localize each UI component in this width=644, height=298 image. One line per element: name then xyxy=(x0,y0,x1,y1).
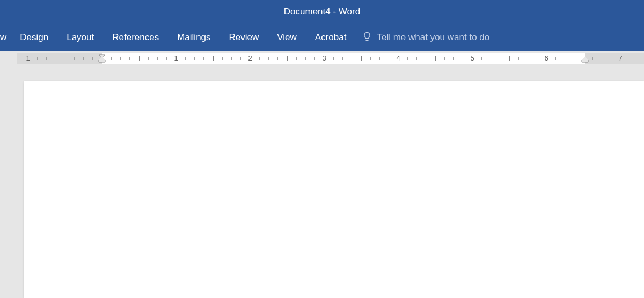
ruler-tick xyxy=(194,57,195,60)
ruler-tick xyxy=(305,57,306,60)
svg-marker-2 xyxy=(582,57,588,62)
ruler-tick xyxy=(630,57,630,60)
ruler-number: 3 xyxy=(322,54,326,62)
ruler-tick xyxy=(537,57,537,60)
ruler-tick xyxy=(518,57,519,60)
document-workspace xyxy=(0,65,644,298)
ruler-tick xyxy=(611,57,611,60)
ruler-tick xyxy=(379,57,380,60)
ruler-tick xyxy=(92,57,93,60)
ruler-tick xyxy=(528,57,528,60)
tab-design[interactable]: Design xyxy=(11,25,57,50)
tab-references[interactable]: References xyxy=(103,25,168,50)
ruler-tick xyxy=(639,57,639,60)
ruler-tick xyxy=(426,57,426,60)
hanging-indent-marker[interactable] xyxy=(98,55,106,65)
tell-me-placeholder: Tell me what you want to do xyxy=(377,32,489,43)
ruler-tick xyxy=(463,57,463,60)
ruler-tick xyxy=(240,57,241,60)
ruler-tick xyxy=(444,57,445,60)
ruler-tick xyxy=(370,57,371,60)
tab-partial[interactable]: w xyxy=(0,25,11,50)
ruler-tick xyxy=(296,57,297,60)
ruler-tick xyxy=(231,57,232,60)
ruler-tick xyxy=(65,56,65,61)
tab-view[interactable]: View xyxy=(268,25,306,50)
tab-review[interactable]: Review xyxy=(220,25,268,50)
ruler-tick xyxy=(491,57,491,60)
ruler-tick xyxy=(129,57,130,60)
ruler-tick xyxy=(259,57,260,60)
tell-me-search[interactable]: Tell me what you want to do xyxy=(355,31,496,44)
ruler-tick xyxy=(592,57,593,60)
ruler-tick xyxy=(83,57,84,60)
ruler-number: 4 xyxy=(396,54,400,62)
ruler-tick xyxy=(111,57,112,60)
ruler-tick xyxy=(389,57,389,60)
ruler-tick xyxy=(314,57,315,60)
ruler-tick xyxy=(481,57,482,60)
ruler-margin-right[interactable] xyxy=(585,53,644,64)
ruler-number: 1 xyxy=(26,54,30,62)
document-page[interactable] xyxy=(24,81,644,298)
ruler-number: 1 xyxy=(174,54,178,62)
ruler-tick xyxy=(509,56,510,61)
ruler-tick xyxy=(74,57,75,60)
ruler-tick xyxy=(166,57,167,60)
ruler-tick xyxy=(185,57,186,60)
ruler-tick xyxy=(453,57,454,60)
ruler-number: 2 xyxy=(248,54,252,62)
ruler-tick xyxy=(333,57,334,60)
ruler-number: 6 xyxy=(544,54,548,62)
ruler-tick xyxy=(148,57,149,60)
ruler-number: 5 xyxy=(470,54,474,62)
ruler-tick xyxy=(500,57,500,60)
tab-acrobat[interactable]: Acrobat xyxy=(306,25,356,50)
ribbon-tabs: w Design Layout References Mailings Revi… xyxy=(0,24,644,51)
tab-mailings[interactable]: Mailings xyxy=(168,25,219,50)
ruler-tick xyxy=(407,57,408,60)
ruler-tick xyxy=(157,57,158,60)
tab-layout[interactable]: Layout xyxy=(57,25,103,50)
ruler-tick xyxy=(37,57,38,60)
ruler-number: 7 xyxy=(618,54,622,62)
ruler-margin-left[interactable] xyxy=(17,53,102,64)
ruler-tick xyxy=(213,56,214,61)
ruler-tick xyxy=(268,57,269,60)
ruler-tick xyxy=(361,56,362,61)
ruler-tick xyxy=(555,57,556,60)
ruler-tick xyxy=(435,56,436,61)
ruler-tick xyxy=(222,57,223,60)
ruler-tick xyxy=(46,57,47,60)
lightbulb-icon xyxy=(362,31,372,44)
window-title: Document4 - Word xyxy=(284,6,360,17)
ruler-tick xyxy=(287,56,288,61)
title-bar: Document4 - Word xyxy=(0,0,644,24)
ruler-tick xyxy=(139,56,140,61)
horizontal-ruler[interactable]: 1 1 2 3 4 5 6 7 xyxy=(0,51,644,65)
ruler-tick xyxy=(565,57,565,60)
ruler-tick xyxy=(120,57,121,60)
ruler-tick xyxy=(574,57,574,60)
right-indent-marker[interactable] xyxy=(581,55,589,65)
svg-marker-1 xyxy=(99,57,105,62)
ruler-tick xyxy=(277,57,278,60)
ruler-tick xyxy=(602,57,602,60)
ruler-tick xyxy=(203,57,204,60)
ruler-tick xyxy=(342,57,343,60)
ruler-tick xyxy=(416,57,417,60)
ruler-tick xyxy=(352,57,352,60)
